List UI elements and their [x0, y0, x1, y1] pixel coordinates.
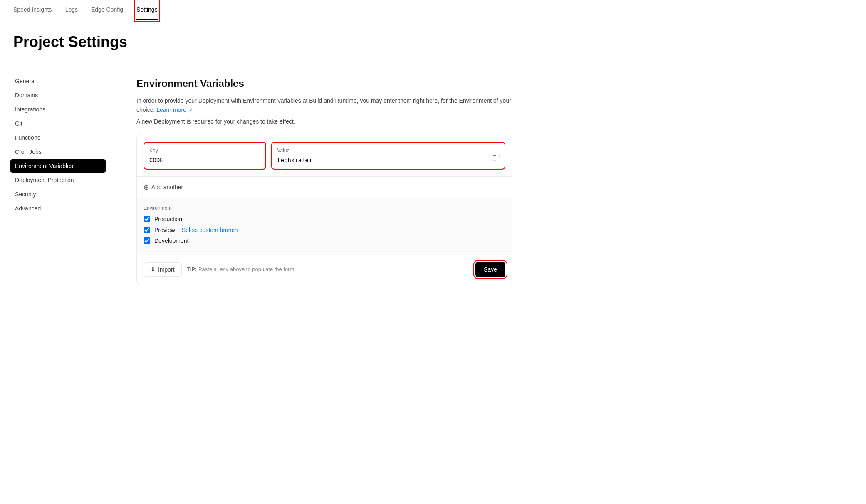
sidebar-item-functions[interactable]: Functions	[10, 131, 106, 144]
add-another-row: ⊕ Add another	[137, 177, 512, 198]
production-label: Production	[154, 216, 182, 222]
external-link-icon: ↗	[188, 106, 193, 113]
select-custom-branch-link[interactable]: Select custom branch	[182, 227, 238, 233]
value-label: Value	[277, 148, 486, 153]
sidebar-item-cron-jobs[interactable]: Cron Jobs	[10, 145, 106, 158]
sidebar-item-domains[interactable]: Domains	[10, 89, 106, 102]
sidebar-item-environment-variables[interactable]: Environment Variables	[10, 159, 106, 173]
tip-text: TIP: Paste a .env above to populate the …	[187, 266, 294, 272]
sidebar-item-deployment-protection[interactable]: Deployment Protection	[10, 173, 106, 187]
key-label: Key	[149, 148, 260, 153]
preview-row: Preview Select custom branch	[144, 227, 505, 233]
remove-env-var-button[interactable]: −	[490, 151, 500, 161]
download-icon: ⬇	[151, 266, 156, 273]
page-title: Project Settings	[13, 33, 853, 51]
nav-speed-insights[interactable]: Speed Insights	[13, 0, 52, 20]
preview-checkbox[interactable]	[144, 227, 150, 233]
minus-icon: −	[492, 152, 496, 159]
environment-section: Environment Production Preview Select cu…	[137, 198, 512, 255]
sidebar-item-git[interactable]: Git	[10, 117, 106, 130]
save-button[interactable]: Save	[475, 262, 505, 277]
footer-left: ⬇ Import TIP: Paste a .env above to popu…	[144, 262, 294, 277]
main-content: Environment Variables In order to provid…	[116, 61, 532, 504]
sidebar-item-security[interactable]: Security	[10, 188, 106, 201]
key-input[interactable]	[149, 157, 260, 164]
nav-settings[interactable]: Settings	[136, 0, 158, 20]
learn-more-link[interactable]: Learn more ↗	[156, 106, 193, 113]
env-vars-description: In order to provide your Deployment with…	[136, 96, 512, 115]
environment-label: Environment	[144, 205, 505, 211]
nav-logs[interactable]: Logs	[65, 0, 78, 20]
import-button[interactable]: ⬇ Import	[144, 262, 182, 277]
main-layout: General Domains Integrations Git Functio…	[0, 61, 866, 504]
key-field-box: Key	[144, 142, 266, 170]
plus-icon: ⊕	[144, 183, 149, 191]
value-input[interactable]	[277, 157, 486, 164]
page-header: Project Settings	[0, 20, 866, 61]
development-row: Development	[144, 237, 505, 244]
production-checkbox[interactable]	[144, 216, 150, 222]
sidebar: General Domains Integrations Git Functio…	[0, 61, 116, 504]
preview-label: Preview	[154, 227, 175, 233]
env-footer: ⬇ Import TIP: Paste a .env above to popu…	[137, 255, 512, 284]
value-field-box: Value −	[271, 142, 505, 170]
top-nav: Speed Insights Logs Edge Config Settings	[0, 0, 866, 20]
nav-edge-config[interactable]: Edge Config	[91, 0, 123, 20]
production-row: Production	[144, 216, 505, 222]
section-title: Environment Variables	[136, 78, 512, 89]
add-another-button[interactable]: ⊕ Add another	[144, 182, 183, 193]
development-checkbox[interactable]	[144, 237, 150, 244]
sidebar-item-advanced[interactable]: Advanced	[10, 202, 106, 215]
sidebar-item-integrations[interactable]: Integrations	[10, 103, 106, 116]
sidebar-item-general[interactable]: General	[10, 74, 106, 88]
env-vars-card: Key Value − ⊕ Add an	[136, 135, 512, 284]
development-label: Development	[154, 237, 189, 244]
footer-right: Save	[475, 262, 505, 277]
deployment-note: A new Deployment is required for your ch…	[136, 118, 512, 125]
key-value-row: Key Value −	[137, 135, 512, 177]
